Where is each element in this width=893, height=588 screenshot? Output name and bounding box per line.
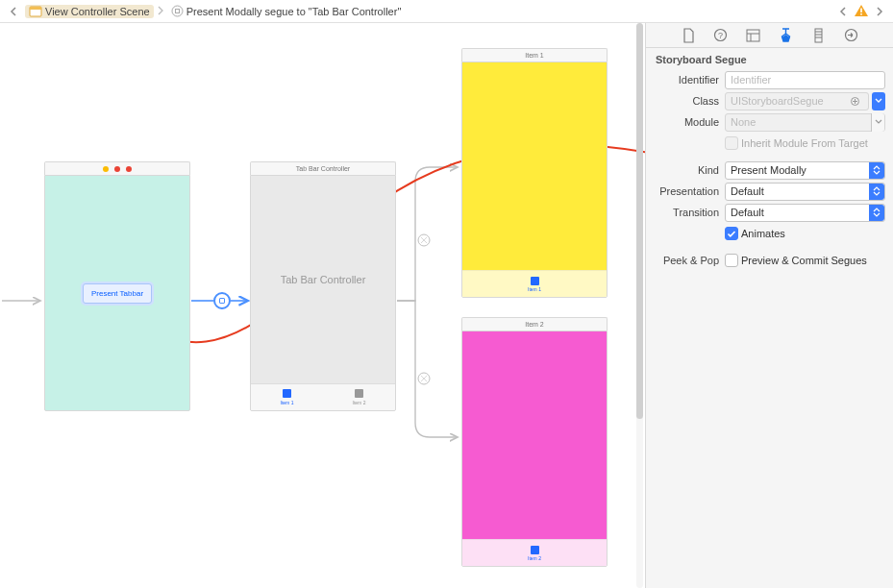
breadcrumb-segue[interactable]: Present Modally segue to "Tab Bar Contro… (167, 4, 406, 18)
presentation-value: Default (731, 185, 764, 197)
scene-titlebar (44, 161, 190, 175)
plus-icon[interactable] (848, 97, 863, 106)
kind-select[interactable]: Present Modally (725, 161, 885, 180)
row-peek-pop: Peek & Pop Preview & Commit Segues (646, 250, 885, 271)
present-tabbar-button[interactable]: Present Tabbar (83, 283, 152, 304)
related-back-button[interactable] (835, 4, 851, 19)
tab-bar-item: Item 2 (462, 539, 607, 566)
identifier-field[interactable] (725, 71, 885, 89)
select-arrows-icon (869, 184, 884, 200)
tab-label: Item 2 (528, 555, 541, 561)
row-presentation: Presentation Default (646, 181, 885, 202)
tab-quick-help[interactable]: ? (709, 26, 732, 45)
scene-titlebar: Item 1 (461, 48, 608, 61)
scene-dots-icon (103, 166, 132, 172)
scene-view-controller[interactable]: Present Tabbar (44, 161, 190, 411)
label-animates: Animates (741, 228, 785, 239)
tab-size-inspector[interactable] (807, 26, 831, 45)
canvas-scrollbar[interactable] (636, 23, 643, 588)
segue-connection-icon[interactable] (213, 292, 231, 309)
tab-item-1[interactable]: Item 1 (251, 384, 323, 410)
class-placeholder: UIStoryboardSegue (731, 95, 824, 107)
select-arrows-icon (869, 205, 884, 221)
svg-rect-3 (175, 10, 179, 13)
animates-checkbox[interactable] (725, 227, 738, 240)
tab-glyph-icon (531, 546, 539, 554)
section-heading: Storyboard Segue (646, 48, 893, 69)
scene-item-2[interactable]: Item 2 Item 2 (461, 317, 608, 567)
scrollbar-thumb[interactable] (636, 23, 643, 419)
tab-attributes-inspector[interactable] (775, 26, 798, 45)
label-inherit: Inherit Module From Target (741, 137, 868, 149)
svg-rect-16 (815, 29, 822, 42)
scene-body: Item 2 (461, 331, 608, 567)
tab-bar: Item 1 Item 2 (251, 383, 395, 410)
related-forward-button[interactable] (872, 4, 887, 19)
transition-select[interactable]: Default (725, 204, 885, 222)
module-combo[interactable]: None (725, 113, 885, 132)
tab-label: Item 1 (528, 286, 541, 292)
tab-connections-inspector[interactable] (840, 26, 863, 45)
svg-rect-4 (860, 8, 862, 12)
tab-bar-controller-label: Tab Bar Controller (251, 176, 395, 383)
label-transition: Transition (646, 207, 725, 218)
label-peek-pop: Peek & Pop (646, 255, 725, 266)
breadcrumb-segue-label: Present Modally segue to "Tab Bar Contro… (186, 6, 402, 17)
scene-item-1[interactable]: Item 1 Item 1 (461, 48, 608, 298)
tab-label: Item 1 (281, 400, 294, 405)
tab-file-inspector[interactable] (677, 26, 700, 45)
class-field[interactable]: UIStoryboardSegue (725, 92, 869, 110)
breadcrumb-scene-label: View Controller Scene (45, 6, 150, 17)
label-identifier: Identifier (646, 74, 725, 86)
warning-icon[interactable] (855, 5, 868, 18)
storyboard-canvas[interactable]: Present Tabbar Tab Bar Controller Tab Ba… (0, 23, 645, 588)
scene-content (462, 331, 607, 539)
row-transition: Transition Default (646, 202, 885, 223)
tab-glyph-icon (531, 277, 539, 285)
breadcrumb-separator (158, 6, 163, 17)
svg-point-2 (172, 6, 183, 16)
scene-body: Present Tabbar (44, 175, 190, 411)
row-inherit: Inherit Module From Target (646, 133, 885, 154)
tab-glyph-icon (283, 389, 291, 398)
svg-text:?: ? (718, 31, 723, 40)
row-module: Module None (646, 111, 885, 133)
jump-bar: View Controller Scene Present Modally se… (0, 0, 893, 23)
inherit-checkbox[interactable] (725, 136, 738, 150)
breadcrumb-scene[interactable]: View Controller Scene (25, 5, 154, 18)
label-preview-commit: Preview & Commit Segues (741, 255, 867, 266)
tab-label: Item 2 (353, 400, 366, 405)
back-button[interactable] (6, 4, 21, 19)
tab-item-2[interactable]: Item 2 (323, 384, 395, 410)
row-class: Class UIStoryboardSegue (646, 90, 885, 111)
kind-value: Present Modally (731, 164, 806, 176)
svg-rect-1 (30, 7, 41, 10)
presentation-select[interactable]: Default (725, 183, 885, 201)
inspector-form: Identifier Class UIStoryboardSegue (646, 69, 893, 281)
class-dropdown-button[interactable] (872, 92, 885, 110)
row-identifier: Identifier (646, 69, 885, 90)
transition-value: Default (731, 207, 764, 218)
storyboard-scene-icon (29, 6, 42, 17)
svg-rect-13 (747, 30, 759, 41)
preview-commit-checkbox[interactable] (725, 254, 738, 267)
chevron-down-icon (871, 113, 884, 132)
scene-title-label: Item 1 (525, 52, 543, 59)
inspector-panel: ? Storyboard Segue Identifier Class UISt… (645, 23, 893, 588)
label-presentation: Presentation (646, 185, 725, 197)
scene-titlebar: Item 2 (461, 317, 608, 331)
label-class: Class (646, 95, 725, 107)
scene-body: Item 1 (461, 61, 608, 298)
scene-tab-bar-controller[interactable]: Tab Bar Controller Tab Bar Controller It… (250, 161, 396, 411)
tab-identity-inspector[interactable] (742, 26, 765, 45)
svg-rect-5 (860, 13, 862, 15)
scene-title-label: Item 2 (525, 321, 543, 328)
scene-titlebar: Tab Bar Controller (250, 161, 396, 175)
select-arrows-icon (869, 162, 884, 179)
scene-body: Tab Bar Controller Item 1 Item 2 (250, 175, 396, 411)
module-placeholder: None (731, 116, 756, 128)
tab-bar-item: Item 1 (462, 270, 607, 297)
app-root: View Controller Scene Present Modally se… (0, 0, 893, 588)
tab-glyph-icon (355, 389, 363, 398)
row-animates: Animates (646, 223, 885, 244)
